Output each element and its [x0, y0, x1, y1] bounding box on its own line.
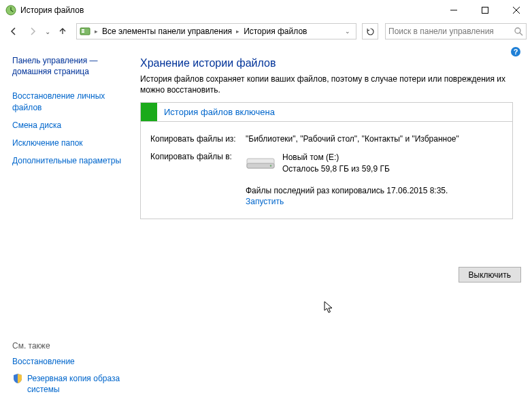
svg-text:?: ? — [514, 48, 518, 56]
history-dropdown-icon[interactable]: ⌄ — [44, 28, 52, 35]
page-heading: Хранение истории файлов — [140, 49, 521, 74]
sidebar-advanced-link[interactable]: Дополнительные параметры — [12, 152, 129, 170]
breadcrumb[interactable]: ▸ Все элементы панели управления ▸ Истор… — [76, 23, 356, 39]
svg-point-8 — [515, 28, 520, 33]
breadcrumb-dropdown-icon[interactable]: ⌄ — [342, 28, 353, 35]
copy-from-value: "Библиотеки", "Рабочий стол", "Контакты"… — [246, 134, 503, 144]
svg-point-14 — [270, 165, 271, 167]
maximize-button[interactable] — [469, 0, 501, 20]
sidebar-change-drive-link[interactable]: Смена диска — [12, 116, 129, 134]
svg-rect-6 — [82, 29, 84, 31]
search-input[interactable] — [388, 27, 514, 36]
shield-icon — [12, 373, 23, 384]
forward-button[interactable] — [24, 23, 41, 39]
breadcrumb-item[interactable]: История файлов — [241, 27, 310, 36]
drive-space: Осталось 59,8 ГБ из 59,9 ГБ — [282, 163, 390, 175]
svg-line-9 — [520, 33, 522, 35]
status-panel: История файлов включена Копировать файлы… — [140, 102, 513, 219]
copy-to-label: Копировать файлы в: — [150, 152, 246, 161]
status-stripe — [141, 103, 157, 121]
search-icon[interactable] — [514, 27, 523, 36]
copy-from-label: Копировать файлы из: — [150, 134, 246, 144]
see-also-header: См. также — [12, 338, 129, 353]
seealso-label: Восстановление — [12, 356, 75, 367]
page-description: История файлов сохраняет копии ваших фай… — [140, 74, 508, 102]
turn-off-button[interactable]: Выключить — [459, 267, 521, 283]
control-panel-icon — [80, 26, 90, 37]
seealso-recovery-link[interactable]: Восстановление — [12, 353, 129, 370]
window-title: История файлов — [20, 5, 84, 15]
help-icon[interactable]: ? — [510, 46, 521, 57]
minimize-button[interactable] — [438, 0, 469, 20]
status-title: История файлов включена — [157, 107, 275, 117]
seealso-label: Резервная копия образа системы — [27, 373, 129, 395]
drive-icon — [246, 153, 276, 172]
svg-rect-2 — [482, 7, 488, 14]
sidebar-home-link[interactable]: Панель управления — домашняя страница — [12, 52, 129, 80]
chevron-right-icon: ▸ — [235, 28, 241, 35]
last-copy-text: Файлы последний раз копировались 17.06.2… — [246, 175, 503, 195]
sidebar-exclude-link[interactable]: Исключение папок — [12, 134, 129, 152]
svg-rect-7 — [82, 31, 84, 33]
close-button[interactable] — [501, 0, 532, 20]
run-now-link[interactable]: Запустить — [246, 195, 284, 206]
sidebar-restore-link[interactable]: Восстановление личных файлов — [12, 87, 129, 116]
drive-name: Новый том (E:) — [282, 152, 390, 163]
breadcrumb-item[interactable]: Все элементы панели управления — [99, 27, 235, 36]
seealso-backup-image-link[interactable]: Резервная копия образа системы — [12, 370, 129, 398]
up-button[interactable] — [54, 23, 71, 39]
chevron-right-icon: ▸ — [93, 28, 99, 35]
search-box[interactable] — [385, 23, 527, 39]
app-icon — [5, 5, 16, 16]
back-button[interactable] — [5, 23, 22, 39]
refresh-button[interactable] — [362, 23, 378, 39]
